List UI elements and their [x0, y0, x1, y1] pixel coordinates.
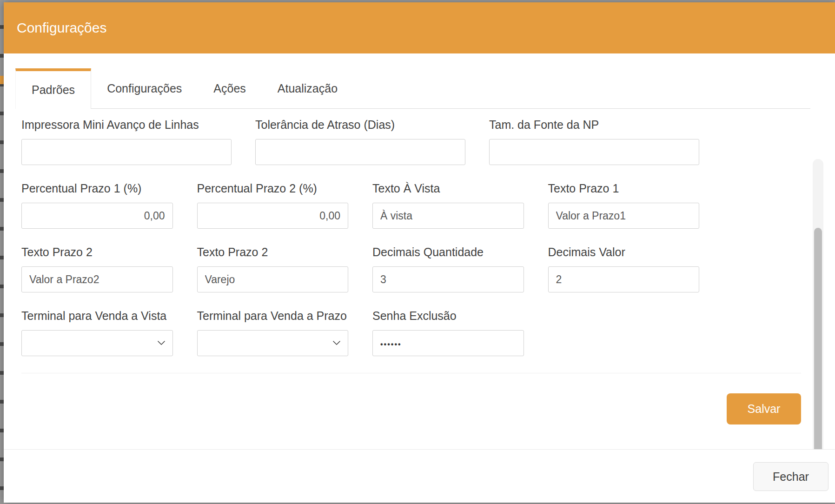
field-texto-a-vista: Texto À Vista [372, 182, 524, 229]
tab-acoes[interactable]: Ações [198, 68, 261, 108]
field-tam-fonte-np: Tam. da Fonte da NP [489, 118, 699, 165]
field-label: Decimais Quantidade [372, 245, 524, 259]
section-divider [21, 373, 801, 373]
texto-prazo-1-input[interactable] [548, 203, 700, 229]
empty-cell [548, 309, 700, 356]
decimais-valor-input[interactable] [548, 266, 700, 292]
tab-atualizacao[interactable]: Atualização [262, 68, 353, 108]
dialog-body: Padrões Configurações Ações Atualização … [4, 53, 835, 449]
tab-configuracoes[interactable]: Configurações [91, 68, 198, 108]
field-terminal-venda-a-prazo: Terminal para Venda a Prazo [197, 309, 349, 356]
impressora-mini-avanco-input[interactable] [21, 139, 232, 165]
close-button[interactable]: Fechar [753, 462, 828, 491]
field-label: Percentual Prazo 1 (%) [21, 182, 173, 195]
dialog-footer: Fechar [4, 449, 835, 503]
field-label: Tam. da Fonte da NP [489, 118, 699, 132]
tab-label: Configurações [107, 82, 182, 95]
senha-exclusao-input[interactable] [372, 330, 524, 356]
tab-label: Ações [213, 82, 245, 95]
texto-a-vista-input[interactable] [372, 203, 524, 229]
field-label: Senha Exclusão [372, 309, 524, 323]
tab-label: Padrões [32, 83, 75, 97]
field-decimais-valor: Decimais Valor [548, 245, 700, 292]
terminal-venda-a-prazo-select[interactable] [197, 330, 349, 356]
field-texto-prazo-2: Texto Prazo 2 [21, 245, 173, 292]
field-label: Tolerância de Atraso (Dias) [255, 118, 465, 132]
field-decimais-quantidade: Decimais Quantidade [372, 245, 524, 292]
field-percentual-prazo-1: Percentual Prazo 1 (%) [21, 182, 173, 229]
tolerancia-atraso-input[interactable] [255, 139, 465, 165]
percentual-prazo-2-input[interactable] [197, 203, 349, 229]
dialog-header: Configurações [4, 2, 835, 53]
field-terminal-venda-a-vista: Terminal para Venda a Vista [21, 309, 173, 356]
background-accent-fragment [0, 76, 4, 84]
background-page-sliver [0, 0, 4, 504]
form-row-1: Impressora Mini Avanço de Linhas Tolerân… [21, 118, 699, 165]
field-tolerancia-de-atraso: Tolerância de Atraso (Dias) [255, 118, 465, 165]
field-label: Texto Prazo 2 [197, 245, 349, 259]
texto-prazo-2-input[interactable] [21, 266, 173, 292]
form-row-3: Texto Prazo 2 Texto Prazo 2 Decimais Qua… [21, 245, 699, 292]
field-label: Texto À Vista [372, 182, 524, 195]
field-label: Decimais Valor [548, 245, 700, 259]
field-label: Impressora Mini Avanço de Linhas [21, 118, 232, 132]
field-texto-prazo-2-varejo: Texto Prazo 2 [197, 245, 349, 292]
texto-prazo-2-varejo-input[interactable] [197, 266, 349, 292]
field-label: Terminal para Venda a Vista [21, 309, 173, 323]
field-label: Texto Prazo 1 [548, 182, 700, 195]
field-senha-exclusao: Senha Exclusão [372, 309, 524, 356]
save-button[interactable]: Salvar [727, 393, 801, 424]
scrollbar-thumb[interactable] [814, 228, 822, 449]
field-impressora-mini-avanco-de-linhas: Impressora Mini Avanço de Linhas [21, 118, 232, 165]
field-label: Texto Prazo 2 [21, 245, 173, 259]
tab-label: Atualização [278, 82, 338, 95]
tam-fonte-np-input[interactable] [489, 139, 699, 165]
form-row-2: Percentual Prazo 1 (%) Percentual Prazo … [21, 182, 699, 229]
field-label: Percentual Prazo 2 (%) [197, 182, 349, 195]
chevron-down-icon [333, 341, 340, 345]
field-label: Terminal para Venda a Prazo [197, 309, 349, 323]
chevron-down-icon [158, 341, 165, 345]
field-texto-prazo-1: Texto Prazo 1 [548, 182, 700, 229]
percentual-prazo-1-input[interactable] [21, 203, 173, 229]
tab-bar: Padrões Configurações Ações Atualização [15, 68, 810, 109]
field-percentual-prazo-2: Percentual Prazo 2 (%) [197, 182, 349, 229]
form-row-4: Terminal para Venda a Vista Terminal par… [21, 309, 699, 356]
dialog-title: Configurações [17, 20, 106, 36]
save-row: Salvar [21, 393, 801, 424]
decimais-quantidade-input[interactable] [372, 266, 524, 292]
configuracoes-dialog: Configurações Padrões Configurações Açõe… [4, 2, 835, 503]
tab-padroes[interactable]: Padrões [15, 68, 91, 109]
tab-panel-padroes: Impressora Mini Avanço de Linhas Tolerân… [4, 118, 835, 424]
terminal-venda-a-vista-select[interactable] [21, 330, 173, 356]
